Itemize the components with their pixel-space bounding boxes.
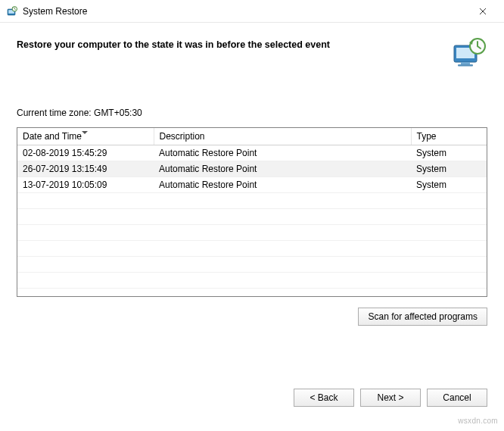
cell-date: 02-08-2019 15:45:29 — [17, 145, 154, 161]
table-row-empty — [17, 273, 487, 289]
cell-date: 13-07-2019 10:05:09 — [17, 177, 154, 193]
cell-type: System — [411, 145, 487, 161]
table-row[interactable]: 26-07-2019 13:15:49Automatic Restore Poi… — [17, 161, 487, 177]
timezone-label: Current time zone: GMT+05:30 — [17, 108, 487, 118]
cell-desc: Automatic Restore Point — [154, 161, 411, 177]
table-row-empty — [17, 289, 487, 298]
table-row-empty — [17, 241, 487, 257]
system-restore-icon — [6, 5, 18, 17]
titlebar: System Restore — [0, 0, 504, 23]
cell-desc: Automatic Restore Point — [154, 145, 411, 161]
page-heading: Restore your computer to the state it wa… — [17, 36, 437, 50]
wizard-footer: < Back Next > Cancel — [0, 375, 504, 431]
table-row-empty — [17, 193, 487, 209]
table-header-row: Date and Time Description Type — [17, 128, 487, 145]
table-row-empty — [17, 257, 487, 273]
table-row-empty — [17, 225, 487, 241]
cell-type: System — [411, 177, 487, 193]
restore-points-table[interactable]: Date and Time Description Type 02-08-201… — [17, 127, 487, 297]
next-button[interactable]: Next > — [360, 389, 421, 407]
cell-desc: Automatic Restore Point — [154, 177, 411, 193]
back-button[interactable]: < Back — [294, 389, 354, 407]
watermark: wsxdn.com — [458, 417, 498, 425]
scan-affected-programs-button[interactable]: Scan for affected programs — [358, 308, 487, 326]
svg-rect-6 — [461, 62, 470, 64]
column-header-date[interactable]: Date and Time — [17, 128, 154, 145]
table-row[interactable]: 02-08-2019 15:45:29Automatic Restore Poi… — [17, 145, 487, 161]
cell-date: 26-07-2019 13:15:49 — [17, 161, 154, 177]
window-title: System Restore — [23, 6, 468, 17]
column-header-type[interactable]: Type — [411, 128, 487, 145]
table-row-empty — [17, 209, 487, 225]
svg-rect-7 — [458, 64, 473, 67]
table-row[interactable]: 13-07-2019 10:05:09Automatic Restore Poi… — [17, 177, 487, 193]
close-button[interactable] — [468, 2, 498, 21]
content-area: Restore your computer to the state it wa… — [0, 23, 504, 333]
restore-monitor-icon — [451, 36, 487, 70]
cell-type: System — [411, 161, 487, 177]
column-header-description[interactable]: Description — [154, 128, 411, 145]
cancel-button[interactable]: Cancel — [427, 389, 487, 407]
